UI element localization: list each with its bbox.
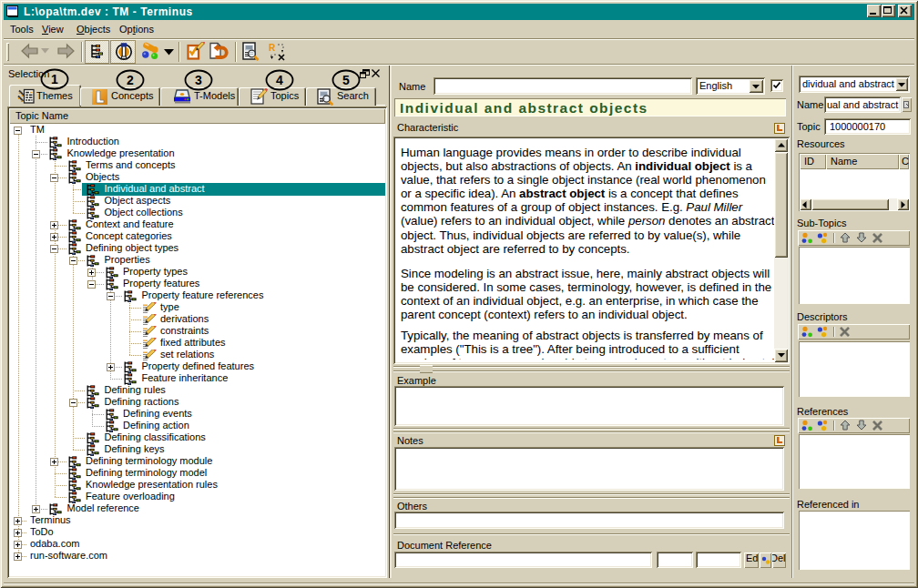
- svg-text:R: R: [269, 43, 276, 53]
- svg-text:5: 5: [342, 73, 350, 87]
- svg-text:4: 4: [276, 73, 283, 87]
- svg-text:3: 3: [195, 73, 202, 87]
- svg-text:1: 1: [51, 72, 58, 86]
- svg-text:2: 2: [127, 73, 134, 87]
